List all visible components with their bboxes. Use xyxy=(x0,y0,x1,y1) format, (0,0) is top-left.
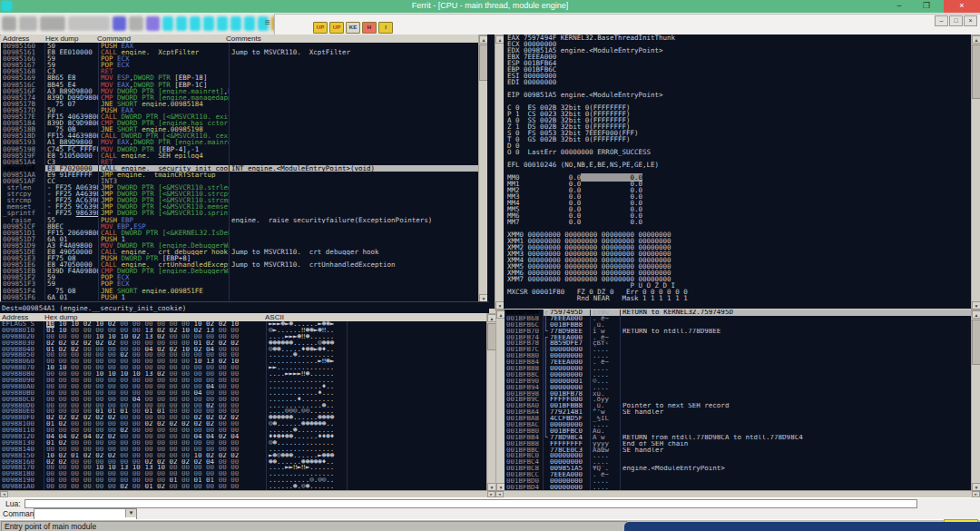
stack-address[interactable]: 001BFBC4 xyxy=(505,459,544,466)
disasm-bytes[interactable]: - FF25 98639800 xyxy=(45,210,99,216)
stack-value[interactable]: 4CCFBD5F xyxy=(550,416,591,422)
disasm-command[interactable]: MOV EAX,DWORD PTR [EBP-1C] xyxy=(99,82,230,88)
stack-value[interactable]: 00000000 xyxy=(550,366,591,372)
stack-ascii[interactable]: .... xyxy=(591,366,621,372)
disasm-command[interactable]: MOV DWORD PTR [EBP-4],-1 xyxy=(99,146,230,152)
toolbar-button-h[interactable]: H xyxy=(362,22,377,34)
stack-address[interactable]: 001BFBA8 xyxy=(505,416,544,422)
disasm-comment[interactable] xyxy=(230,139,478,145)
disasm-bytes[interactable]: 59 xyxy=(45,55,99,62)
dump-ascii[interactable]: .......♦........ xyxy=(267,397,348,403)
disasm-bytes[interactable]: _ 75 07 xyxy=(45,101,99,107)
disasm-command[interactable]: CALL engine.__SEH_epilog4 xyxy=(99,152,230,159)
disasm-bytes[interactable]: E8 47050000 xyxy=(45,261,99,268)
disasm-address[interactable]: 009851F2 xyxy=(1,274,45,280)
stack-address[interactable]: 001BFBD0 xyxy=(505,478,544,485)
stack-comment[interactable] xyxy=(621,397,971,403)
disasm-command[interactable]: POP ECX xyxy=(99,274,230,280)
toolbar-icon[interactable] xyxy=(176,16,187,31)
disasm-row[interactable]: _strcmp- FF25 AC639800JMP DWORD PTR [<&M… xyxy=(1,197,478,203)
disasm-command[interactable]: JMP DWORD PTR [<&MSVCR110.strcpy>] xyxy=(99,191,230,197)
disasm-command[interactable]: PUSH EAX xyxy=(99,107,230,113)
disasm-comment[interactable] xyxy=(230,120,478,126)
stack-value[interactable]: 00000000 xyxy=(550,347,591,353)
disasm-row[interactable]: 009851AAE9 91FEFFFFJMP engine.__tmainCRT… xyxy=(1,172,478,178)
disasm-comment[interactable] xyxy=(230,191,478,197)
disasm-comment[interactable] xyxy=(230,184,478,191)
dump-row[interactable]: EFLAGS_S10 10 10 02│10 02 00 00│00 00 00… xyxy=(0,321,486,328)
register-line[interactable]: EDI 00000000 xyxy=(504,79,971,85)
dump-row[interactable]: 0098804001 02 02 00│00 00 00 00│04 02 02… xyxy=(0,347,486,353)
disasm-comment[interactable] xyxy=(230,197,478,203)
stack-comment[interactable] xyxy=(621,322,971,329)
disasm-row[interactable]: 009851F66A 01PUSH 1 xyxy=(1,294,478,300)
toolbar-icon[interactable] xyxy=(217,16,228,31)
dump-row[interactable]: 009880F002 02 02 02│02 02 00 00│00 00 00… xyxy=(0,415,486,421)
dump-ascii[interactable]: ♦♦☻♦☻☻......♦♦☻♦ xyxy=(267,434,348,440)
disasm-bytes[interactable]: 6A 01 xyxy=(45,294,99,300)
dump-row[interactable]: 0098810001 02 00 00│00 00 00 00│02 02 02… xyxy=(0,421,486,428)
mdi-minimize-button[interactable]: – xyxy=(935,15,948,26)
disasm-command[interactable]: CALL engine.__crt_debugger_hook xyxy=(99,249,230,255)
register-line[interactable]: T 0 GS 002B 32bit 0(FFFFFFFF) xyxy=(504,136,971,143)
disasm-command[interactable]: CALL DWORD PTR [<&MSVCR110._cexit>] xyxy=(99,133,230,139)
stack-ascii[interactable]: . ê~ xyxy=(591,359,621,366)
stack-ascii[interactable]: î˜w xyxy=(591,329,621,335)
disasm-command[interactable]: JMP engine.__tmainCRTStartup xyxy=(99,172,230,178)
disasm-address[interactable]: 00985160 xyxy=(1,43,45,49)
dump-ascii[interactable]: ..........☺.☺☺.. xyxy=(267,477,348,484)
disasm-comment[interactable]: INT engine.<ModuleEntryPoint>(void) xyxy=(230,165,478,172)
disasm-address[interactable]: _strlen xyxy=(1,184,45,191)
stack-comment[interactable] xyxy=(621,366,971,372)
disasm-address[interactable]: 0098518B xyxy=(1,126,45,133)
disasm-bytes[interactable]: A3 F4A09800 xyxy=(45,242,99,249)
toolbar-icon[interactable] xyxy=(19,16,37,31)
disasm-row[interactable]: 0098516050PUSH EAX xyxy=(1,43,478,49)
stack-comment[interactable]: RETURN to KERNEL32.7597495D xyxy=(621,310,971,316)
toolbar-button-up[interactable]: UP xyxy=(329,22,344,34)
disasm-row[interactable]: 00985174839D D09D9800 0CMP DWORD PTR [en… xyxy=(1,94,478,101)
disasm-comment[interactable] xyxy=(230,43,478,49)
scroll-down-arrow[interactable]: ▼ xyxy=(972,301,980,310)
stack-row[interactable]: 001BFB80│00000000.... xyxy=(505,353,971,359)
disasm-command[interactable]: POP ECX xyxy=(99,280,230,287)
disasm-address[interactable]: 00985169 xyxy=(1,74,45,81)
disasm-row[interactable]: 0098519FE8 51050000CALL engine.__SEH_epi… xyxy=(1,152,478,159)
disasm-bytes[interactable]: 59 xyxy=(45,62,99,68)
stack-address[interactable]: 001BFBA4 xyxy=(505,409,544,416)
disasm-row[interactable]: 0098516659POP ECX xyxy=(1,55,478,62)
toolbar-button-i[interactable]: I xyxy=(378,22,393,34)
dump-address[interactable]: 00988190 xyxy=(0,477,44,484)
toolbar-icon[interactable] xyxy=(68,16,110,31)
dump-bytes[interactable]: 00 00 00 00│00 00 00 00│00 00 00 00│00 0… xyxy=(44,447,267,453)
dump-bytes[interactable]: 00 00 00 00│00 00 00 00│00 00 00 00│00 0… xyxy=(44,384,267,390)
disasm-row[interactable]: 009851D1FF15 20609800CALL DWORD PTR [<&K… xyxy=(1,230,478,236)
toolbar-icon[interactable] xyxy=(113,16,126,31)
dump-row[interactable]: 009881A000 00 00 00│00 00 02 00│01 02 00… xyxy=(0,484,486,490)
disasm-comment[interactable] xyxy=(230,223,478,230)
disasm-bytes[interactable]: - FF25 A0639800 xyxy=(45,184,99,191)
register-line[interactable]: EIP 009851A5 engine.<ModuleEntryPoint> xyxy=(504,92,971,98)
stack-value[interactable]: 7597495D xyxy=(550,310,591,316)
dump-address[interactable]: 009880F0 xyxy=(0,415,44,421)
stack-value[interactable]: 00000000 xyxy=(550,459,591,466)
stack-address[interactable]: 001BFB78 xyxy=(505,340,544,347)
dump-row[interactable]: 0098815010 02 01 02│02 02 00 00│00 00 00… xyxy=(0,453,486,459)
disasm-address[interactable]: 009851D1 xyxy=(1,230,45,236)
stack-comment[interactable] xyxy=(621,316,971,322)
stack-comment[interactable] xyxy=(621,472,971,478)
dump-bytes[interactable]: 00 00 00 00│00 00 00 00│00 00 00 00│00 0… xyxy=(44,471,267,477)
disasm-row[interactable]: 009851698B65 E8MOV ESP,DWORD PTR [EBP-18… xyxy=(1,74,478,81)
stack-ascii[interactable]: xû. xyxy=(591,391,621,398)
stack-comment[interactable]: RETURN from ntdll.778D98CA to ntdll.778D… xyxy=(621,435,971,441)
disasm-row[interactable]: 009851E6E8 47050000CALL engine.__crtUnha… xyxy=(1,261,478,268)
disasm-comment[interactable] xyxy=(230,288,478,294)
stack-address[interactable]: 001BFB6C xyxy=(505,322,544,329)
dump-address[interactable]: 009881A0 xyxy=(0,484,44,490)
disasm-address[interactable]: 00985174 xyxy=(1,94,45,101)
disasm-comment[interactable] xyxy=(230,203,478,210)
minimize-button[interactable]: – xyxy=(887,0,911,13)
disasm-command[interactable]: PUSH 1 xyxy=(99,236,230,242)
dump-bytes[interactable]: 04 04 02 04│02 02 00 00│00 00 00 00│04 0… xyxy=(44,434,267,440)
disasm-comment[interactable] xyxy=(230,107,478,113)
